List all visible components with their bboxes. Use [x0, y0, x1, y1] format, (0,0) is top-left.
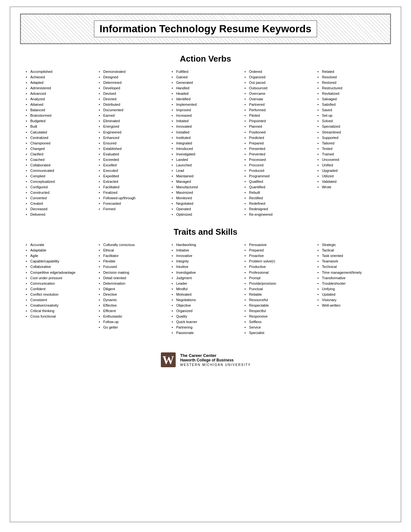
list-item: Go getter: [99, 325, 166, 330]
traits-col-2: Culturally conscious Ethical Facilitator…: [96, 242, 169, 336]
list-item: Productive: [245, 264, 312, 270]
traits-col-3: Hardworking Initiative Innovative Integr…: [169, 242, 242, 336]
list-item: Eliminated: [99, 118, 166, 124]
action-verbs-list-2: Demonstrated Designed Determined Develop…: [99, 69, 166, 212]
list-item: Investigated: [171, 152, 239, 157]
list-item: Introduced: [171, 146, 239, 152]
list-item: Positioned: [245, 130, 312, 135]
list-item: Hardworking: [171, 242, 239, 248]
list-item: Specialist: [245, 330, 312, 336]
list-item: Well-written: [318, 303, 385, 308]
list-item: Negotiated: [171, 201, 239, 206]
university-label: Western Michigan University: [180, 363, 251, 367]
list-item: Documented: [99, 107, 166, 113]
list-item: Unifying: [318, 286, 385, 292]
list-item: Monitored: [171, 195, 239, 201]
list-item: Upgraded: [318, 168, 385, 173]
list-item: Leader: [171, 281, 239, 286]
list-item: Uncovered: [318, 157, 385, 163]
header-box: Information Technology Resume Keywords: [20, 14, 391, 44]
list-item: Prompt: [245, 275, 312, 281]
list-item: Brainstormed: [26, 113, 93, 118]
list-item: Ethical: [99, 248, 166, 253]
list-item: Out paced: [245, 80, 312, 85]
list-item: Negotiations: [171, 297, 239, 303]
page-title: Information Technology Resume Keywords: [94, 20, 317, 37]
list-item: Oversaw: [245, 96, 312, 102]
list-item: Excelled: [99, 163, 166, 168]
list-item: Decreased: [26, 206, 93, 212]
list-item: Decision making: [99, 270, 166, 275]
list-item: Mindful: [171, 286, 239, 292]
list-item: Collaborative: [26, 264, 93, 270]
list-item: Changed: [26, 146, 93, 152]
list-item: Achieved: [26, 74, 93, 80]
list-item: Identified: [171, 96, 239, 102]
list-item: Followed-up/through: [99, 195, 166, 201]
list-item: Presented: [245, 146, 312, 152]
list-item: Executed: [99, 168, 166, 173]
list-item: Balanced: [26, 107, 93, 113]
list-item: Quick learner: [171, 319, 239, 325]
list-item: Set-up: [318, 113, 385, 118]
list-item: Judgment: [171, 275, 239, 281]
list-item: Creative/creativity: [26, 303, 93, 308]
list-item: Directed: [99, 96, 166, 102]
list-item: Intuitive: [171, 264, 239, 270]
list-item: Budgeted: [26, 118, 93, 124]
career-center-label: The Career Center: [180, 353, 251, 358]
list-item: Efficient: [99, 308, 166, 314]
list-item: Finalized: [99, 190, 166, 195]
list-item: Respectable: [245, 303, 312, 308]
list-item: Professional: [245, 270, 312, 275]
traits-list-4: Persuasive Prepared Proactive Problem so…: [245, 242, 312, 336]
list-item: Enhanced: [99, 135, 166, 141]
list-item: Directive: [99, 292, 166, 297]
list-item: Cross functional: [26, 314, 93, 319]
list-item: Time management/timely: [318, 270, 385, 275]
list-item: Innovated: [171, 124, 239, 129]
list-item: Redefined: [245, 201, 312, 206]
list-item: Prevented: [245, 152, 312, 157]
list-item: Exceeded: [99, 157, 166, 163]
list-item: Delivered: [26, 212, 93, 217]
list-item: Prepared: [245, 248, 312, 253]
list-item: Restored: [318, 80, 385, 85]
list-item: Extracted: [99, 179, 166, 184]
list-item: Attained: [26, 102, 93, 107]
list-item: Provide/provision: [245, 281, 312, 286]
list-item: Validated: [318, 179, 385, 184]
list-item: Conflict resolution: [26, 292, 93, 297]
list-item: Specialized: [318, 124, 385, 129]
traits-list-1: Accurate Adaptable Agile Capable/capabil…: [26, 242, 93, 319]
list-item: Innovative: [171, 253, 239, 259]
list-item: Ordered: [245, 69, 312, 74]
list-item: Resourceful: [245, 297, 312, 303]
list-item: Implemented: [171, 102, 239, 107]
action-verbs-list-5: Related Resolved Restored Restructured R…: [318, 69, 385, 190]
list-item: Communication: [26, 281, 93, 286]
list-item: Adaptable: [26, 248, 93, 253]
wmu-logo: W: [160, 352, 176, 368]
list-item: Task oriented: [318, 253, 385, 259]
list-item: Punctual: [245, 286, 312, 292]
list-item: Diligent: [99, 286, 166, 292]
traits-col-5: Strategic Tactical Task oriented Teamwor…: [315, 242, 388, 336]
list-item: Adapted: [26, 80, 93, 85]
traits-skills-grid: Accurate Adaptable Agile Capable/capabil…: [20, 242, 391, 336]
list-item: Conceptualized: [26, 179, 93, 184]
list-item: Saved: [318, 107, 385, 113]
list-item: Competitive edge/advantage: [26, 270, 93, 275]
list-item: Headed: [171, 91, 239, 96]
list-item: Administered: [26, 85, 93, 91]
list-item: Rectified: [245, 195, 312, 201]
list-item: Maximized: [171, 190, 239, 195]
list-item: Wrote: [318, 184, 385, 190]
list-item: Tested: [318, 146, 385, 152]
list-item: Confident: [26, 286, 93, 292]
action-verbs-col-1: Accomplished Achieved Adapted Administer…: [23, 69, 96, 217]
list-item: Distributed: [99, 102, 166, 107]
list-item: Strategic: [318, 242, 385, 248]
list-item: Determined: [99, 80, 166, 85]
list-item: Optimized: [171, 212, 239, 217]
